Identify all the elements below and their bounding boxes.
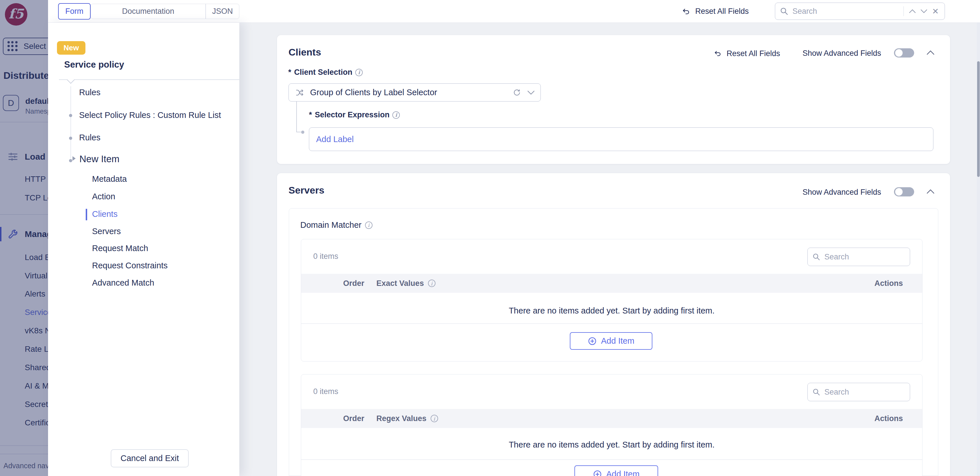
tree-connector bbox=[70, 86, 71, 158]
sidebar-section-manage[interactable]: Manage bbox=[25, 229, 48, 239]
clients-reset-all-fields[interactable]: Reset All Fields bbox=[713, 48, 780, 59]
global-search: ✕ bbox=[775, 3, 945, 20]
undo-icon bbox=[681, 7, 690, 16]
divider bbox=[301, 323, 922, 324]
client-selection-value: Group of Clients by Label Selector bbox=[310, 88, 513, 97]
table-header: Order Exact Values i Actions bbox=[301, 274, 922, 293]
info-icon[interactable]: i bbox=[365, 221, 372, 229]
client-selection-select[interactable]: Group of Clients by Label Selector bbox=[288, 83, 541, 102]
client-selection-label: * Client Selection i bbox=[288, 68, 363, 77]
plus-circle-icon bbox=[588, 336, 597, 346]
tree-item-select-policy-rules[interactable]: Select Policy Rules : Custom Rule List bbox=[79, 110, 221, 120]
refresh-icon[interactable] bbox=[513, 89, 521, 97]
servers-card: Servers Show Advanced Fields Domain Matc… bbox=[277, 173, 950, 476]
branch-icon bbox=[295, 88, 305, 97]
toggle-knob bbox=[895, 49, 903, 57]
tree-item-metadata[interactable]: Metadata bbox=[92, 174, 127, 184]
selector-expression-input[interactable] bbox=[309, 127, 934, 151]
sidebar-item-tcp-lb[interactable]: TCP Load Balancers bbox=[25, 193, 48, 202]
tree-arrow-icon bbox=[73, 156, 76, 161]
search-prev-button[interactable] bbox=[907, 5, 918, 17]
tree-item-rules-2[interactable]: Rules bbox=[79, 133, 100, 142]
namespace-select-button[interactable]: Select bbox=[3, 38, 48, 55]
tree-item-request-constraints[interactable]: Request Constraints bbox=[92, 261, 168, 271]
column-regex-values: Regex Values bbox=[377, 414, 426, 423]
sidebar-item-shared-objects[interactable]: Shared Objects bbox=[25, 363, 48, 372]
plus-circle-icon bbox=[593, 470, 602, 476]
sidebar-item-service-policies[interactable]: Service Policies bbox=[25, 308, 48, 317]
info-icon[interactable]: i bbox=[431, 415, 438, 422]
empty-state-message: There are no items added yet. Start by a… bbox=[301, 306, 922, 315]
info-icon[interactable]: i bbox=[428, 280, 436, 287]
chevron-up-icon bbox=[909, 9, 916, 13]
divider bbox=[0, 214, 48, 215]
regex-values-table: 0 items Order Regex Values i Actions The… bbox=[301, 374, 923, 476]
column-exact-values: Exact Values bbox=[377, 279, 424, 288]
tab-form[interactable]: Form bbox=[58, 3, 91, 19]
table-search bbox=[807, 383, 910, 401]
info-icon[interactable]: i bbox=[392, 111, 400, 119]
column-order: Order bbox=[343, 414, 364, 423]
cancel-and-exit-button[interactable]: Cancel and Exit bbox=[111, 449, 189, 467]
domain-matcher-label: Domain Matcher i bbox=[300, 220, 372, 230]
clients-card: Clients Reset All Fields Show Advanced F… bbox=[277, 35, 950, 164]
sidebar-item-load-balancers[interactable]: Load Balancers bbox=[25, 253, 48, 262]
new-badge: New bbox=[57, 41, 86, 55]
exact-values-table: 0 items Order Exact Values i Actions The… bbox=[301, 239, 923, 361]
table-search-input[interactable] bbox=[824, 387, 906, 397]
sidebar-item-secrets[interactable]: Secrets bbox=[25, 400, 48, 409]
namespace-name: default bbox=[25, 97, 48, 106]
table-search-input[interactable] bbox=[824, 252, 906, 262]
sidebar-item-ai-ml[interactable]: AI & ML bbox=[25, 381, 48, 391]
top-bar: Documentation JSON Form Reset All Fields… bbox=[48, 0, 980, 23]
show-advanced-fields-toggle[interactable] bbox=[894, 48, 914, 57]
tab-documentation[interactable]: Documentation bbox=[91, 4, 205, 19]
scrollbar-thumb[interactable] bbox=[977, 61, 980, 177]
tree-item-servers[interactable]: Servers bbox=[92, 227, 121, 236]
search-input[interactable] bbox=[792, 6, 900, 16]
sidebar-item-rate-limiting[interactable]: Rate Limiting bbox=[25, 345, 48, 354]
info-icon[interactable]: i bbox=[355, 69, 363, 76]
add-item-button[interactable]: Add Item bbox=[574, 465, 658, 476]
collapse-notch-icon[interactable] bbox=[67, 76, 75, 84]
collapse-chevron-up-icon[interactable] bbox=[926, 189, 935, 194]
active-item-bar bbox=[86, 209, 87, 220]
tree-item-advanced-match[interactable]: Advanced Match bbox=[92, 278, 154, 288]
show-advanced-fields-toggle[interactable] bbox=[894, 187, 914, 196]
tree-item-new-item[interactable]: New Item bbox=[80, 154, 119, 164]
table-header: Order Regex Values i Actions bbox=[301, 409, 922, 428]
sidebar-item-virtual-hosts[interactable]: Virtual Hosts bbox=[25, 271, 48, 280]
sidebar-item-http-lb[interactable]: HTTP Load Balancers bbox=[25, 175, 48, 184]
sidebar: f5 Select Distribute D default Namespace… bbox=[0, 0, 48, 476]
tree-item-clients[interactable]: Clients bbox=[92, 209, 118, 219]
field-connector bbox=[296, 132, 301, 132]
tree-bullet-icon bbox=[69, 159, 72, 162]
tree-item-request-match[interactable]: Request Match bbox=[92, 244, 148, 253]
add-item-button[interactable]: Add Item bbox=[570, 332, 652, 350]
field-connector bbox=[296, 102, 297, 132]
advanced-navigation-toggle[interactable]: Advanced navigation bbox=[3, 462, 48, 470]
tree-item-action[interactable]: Action bbox=[92, 192, 115, 201]
sidebar-section-load[interactable]: Load bbox=[25, 152, 45, 162]
sidebar-item-certificates[interactable]: Certificates bbox=[25, 418, 48, 427]
drawer-title: Service policy bbox=[64, 59, 124, 70]
undo-icon bbox=[713, 49, 722, 57]
sidebar-item-alerts[interactable]: Alerts bbox=[25, 289, 45, 299]
sliders-icon bbox=[8, 151, 18, 162]
namespace-type: Namespace bbox=[25, 107, 48, 115]
search-icon bbox=[812, 388, 820, 396]
divider bbox=[301, 459, 922, 460]
connector-dot bbox=[301, 131, 304, 134]
search-clear-button[interactable]: ✕ bbox=[930, 5, 941, 17]
divider bbox=[0, 122, 48, 122]
search-next-button[interactable] bbox=[918, 5, 930, 17]
toggle-knob bbox=[895, 188, 903, 196]
divider bbox=[0, 446, 48, 446]
reset-all-fields-top[interactable]: Reset All Fields bbox=[681, 0, 749, 23]
tab-json[interactable]: JSON bbox=[205, 4, 240, 19]
column-order: Order bbox=[343, 279, 364, 288]
sidebar-item-vk8s[interactable]: vK8s Networks bbox=[25, 326, 48, 335]
collapse-chevron-up-icon[interactable] bbox=[926, 50, 935, 55]
search-icon bbox=[780, 7, 788, 16]
tree-item-rules-1[interactable]: Rules bbox=[79, 88, 100, 97]
